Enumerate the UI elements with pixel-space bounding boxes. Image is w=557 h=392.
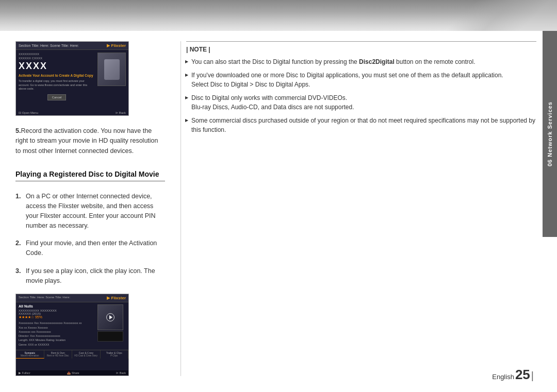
section-heading: Playing a Registered Disc to Digital Mov… — [15, 169, 165, 181]
step-2: 2. Find your movie, and then enter the A… — [15, 238, 165, 258]
mockup2-line-5: Genre: XXX or XXXXXX — [19, 343, 94, 347]
step-5-number: 5. — [15, 127, 21, 134]
mockup1-activate: Activate Your Account to Create A Digita… — [19, 74, 95, 77]
note-section: | NOTE | You can also start the Disc to … — [186, 41, 536, 134]
mockup2-tab-1: Rent & Own Rent or HD from Disc — [44, 350, 73, 359]
step-3-text: If you see a play icon, click the play i… — [26, 266, 165, 286]
mockup1-cancel-btn: Cancel — [47, 94, 67, 100]
mockup1-top-bar: Section Title: Here: Scene Title: Here: … — [16, 42, 128, 50]
mockup2-bottom-bar: ▶ Fullscr 📤 Share ⊳ Back — [16, 370, 128, 376]
step-3-number: 3. — [15, 266, 23, 286]
right-column: | NOTE | You can also start the Disc to … — [181, 41, 536, 376]
step-5-intro: 5.​Record the activation code. You now h… — [15, 126, 165, 156]
main-content: Section Title: Here: Scene Title: Here: … — [0, 31, 557, 386]
mockup1-logo: ▶ Flixster — [107, 43, 126, 48]
mockup-screen-2: Section Title: Here: Scene Title: Here: … — [15, 294, 129, 376]
step-1-number: 1. — [15, 192, 23, 230]
step-1-text: On a PC or other Internet connected devi… — [26, 192, 165, 230]
mockup2-tab-3: Trailer & Clips P Clips — [101, 350, 129, 359]
english-label: English — [492, 373, 514, 381]
mockup2-line-3: Director: Xxx Xxxxxxxxxxxxxxxxx — [19, 334, 94, 338]
mockup1-body-text: To transfer a digital copy, you must fir… — [19, 79, 95, 91]
mockup2-thumb-small — [97, 331, 123, 342]
mockup2-line-4: Length: XXX Minutes Rating: location — [19, 338, 94, 342]
mockup2-movie-image — [97, 304, 123, 330]
mockup2-right-pane — [97, 304, 126, 347]
mockup2-movie-title: All Nulls — [19, 304, 94, 308]
step-1: 1. On a PC or other Internet connected d… — [15, 192, 165, 230]
mockup1-bottom-left: ⊟ Open Menu — [19, 111, 38, 114]
step-2-number: 2. — [15, 238, 23, 258]
mockup2-body-lines: Xxxxxxxxxx Xxx Xxxxxxxxxxxxxxxx Xxxxxxxx… — [19, 321, 94, 347]
page-bar: | — [531, 370, 534, 382]
mockup2-tab-2: Cast & Crew HD Cast & Crew Story — [72, 350, 101, 359]
top-banner — [0, 0, 557, 31]
mockup1-cancel-area: Cancel — [19, 94, 95, 100]
mockup1-subtitle: XXXXXXXXXX — [19, 53, 95, 56]
mockup2-stars: ★★★★☆ 95% — [19, 315, 94, 319]
page-number: 25 — [515, 367, 530, 383]
mockup1-text-area: XXXXXXXXXX XXXXXX CXXXX XXXX Activate Yo… — [19, 53, 95, 100]
mockup2-line-0: Xxxxxxxxxx Xxx Xxxxxxxxxxxxxxxx Xxxxxxxx… — [19, 321, 94, 325]
page-number-area: English 25 | — [492, 367, 534, 383]
section-heading-text: Playing a Registered Disc to Digital Mov… — [15, 170, 159, 178]
mockup2-fullscr: ▶ Fullscr — [19, 371, 30, 374]
mockup2-title: Section Title: Here: Scene Title: Here: — [19, 296, 70, 300]
mockup-screen-1: Section Title: Here: Scene Title: Here: … — [15, 41, 129, 116]
mockup1-image — [97, 53, 126, 86]
mockup1-bottom-bar: ⊟ Open Menu ⊳ Back — [16, 110, 128, 115]
mockup1-body: XXXXXXXXXX XXXXXX CXXXX XXXX Activate Yo… — [16, 50, 128, 103]
mockup2-body: All Nulls XXXXXXXXXX XXXXXXXX XXXXXX (20… — [16, 302, 128, 349]
mockup1-bigx: XXXX — [19, 61, 95, 72]
play-icon — [106, 313, 114, 321]
mockup1-sub2: XXXXXX CXXXX — [19, 57, 95, 60]
mockup2-line-1: Xxx xx Xxxxxx Xxxxxxx — [19, 326, 94, 330]
note-item-0: You can also start the Disc to Digital f… — [186, 57, 536, 66]
mockup2-tabs: Synopsis Movie information Rent & Own Re… — [16, 350, 128, 359]
mockup2-top-bar: Section Title: Here: Scene Title: Here: … — [16, 294, 128, 302]
mockup1-title: Section Title: Here: Scene Title: Here: — [19, 44, 79, 47]
mockup2-tab-0: Synopsis Movie information — [16, 350, 44, 359]
left-column: Section Title: Here: Scene Title: Here: … — [15, 41, 165, 376]
mockup2-share: 📤 Share — [67, 371, 79, 374]
note-item-1: If you've downloaded one or more Disc to… — [186, 71, 536, 89]
note-item-2: Disc to Digital only works with commerci… — [186, 93, 536, 112]
mockup2-line-2: Xxxxxxxx xxx Xxxxxxxxxx — [19, 330, 94, 334]
step-3: 3. If you see a play icon, click the pla… — [15, 266, 165, 286]
step-2-text: Find your movie, and then enter the Acti… — [26, 238, 165, 258]
play-triangle-icon — [109, 315, 112, 319]
step-5-text: Record the activation code. You now have… — [15, 127, 158, 155]
mockup1-bottom-right: ⊳ Back — [116, 111, 126, 114]
note-bold-disc2digital: Disc2Digital — [359, 58, 395, 65]
mockup2-left-pane: All Nulls XXXXXXXXXX XXXXXXXX XXXXXX (20… — [19, 304, 94, 347]
mockup2-logo: ▶ Flixster — [107, 296, 126, 300]
mockup2-back: ⊳ Back — [116, 371, 126, 374]
note-label: | NOTE | — [186, 46, 536, 53]
note-item-3: Some commercial discs purchased outside … — [186, 116, 536, 134]
mockup1-figure — [104, 59, 120, 80]
